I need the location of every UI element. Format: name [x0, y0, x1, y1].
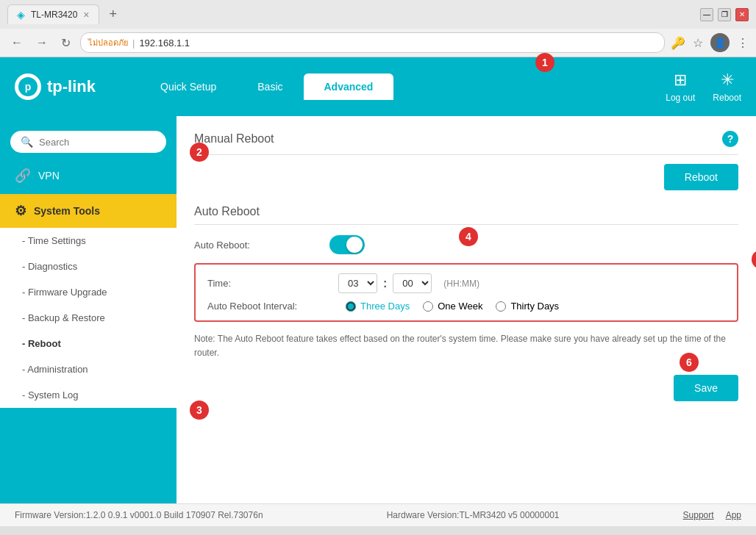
sidebar: 2 🔍 🔗 VPN 3 ⚙ System Tools [0, 116, 176, 503]
manual-reboot-title: Manual Reboot [194, 132, 274, 146]
minimize-button[interactable]: — [700, 8, 713, 21]
settings-box: 5 Time: 03 00 01 02 04 12 : [194, 263, 738, 322]
reboot-header-button[interactable]: ✳ Reboot [713, 71, 741, 103]
vpn-icon: 🔗 [15, 168, 31, 184]
sidebar-section-system-tools: 3 ⚙ System Tools - Time Settings - Diagn… [0, 194, 176, 408]
reload-button[interactable]: ↻ [57, 35, 74, 51]
minute-select[interactable]: 00 15 30 45 [393, 273, 432, 293]
forward-button[interactable]: → [32, 35, 51, 51]
logo: p tp-link [15, 73, 96, 100]
interval-one-week[interactable]: One Week [423, 301, 482, 312]
search-icon: 🔍 [21, 136, 33, 148]
reboot-icon: ✳ [721, 71, 734, 90]
logout-icon: ⊞ [674, 71, 687, 90]
note-text: Note: The Auto Reboot feature takes effe… [194, 332, 738, 360]
hardware-version: Hardware Version:TL-MR3420 v5 00000001 [387, 510, 560, 520]
tab-favicon: ◈ [17, 9, 25, 21]
address-separator: | [132, 37, 135, 49]
save-row: 6 Save [194, 375, 738, 401]
menu-icon[interactable]: ⋮ [737, 36, 749, 50]
address-box[interactable]: ไม่ปลอดภัย | 192.168.1.1 [80, 32, 665, 53]
tab-title: TL-MR3420 [31, 10, 77, 20]
nav-tabs: Quick Setup Basic Advanced [140, 73, 666, 100]
search-box: 🔍 [10, 131, 166, 153]
time-row: Time: 03 00 01 02 04 12 : 00 15 [207, 273, 725, 293]
tab-basic[interactable]: Basic [237, 73, 303, 100]
help-icon[interactable]: ? [722, 131, 738, 147]
tab-quick-setup[interactable]: Quick Setup [140, 73, 237, 100]
manual-reboot-section: Manual Reboot ? [194, 131, 738, 155]
logo-icon: p [15, 73, 41, 100]
key-icon: 🔑 [671, 36, 685, 50]
firmware-version: Firmware Version:1.2.0 0.9.1 v0001.0 Bui… [15, 510, 263, 520]
toggle-knob [346, 237, 363, 253]
one-week-label: One Week [438, 301, 482, 312]
system-tools-header[interactable]: ⚙ System Tools [0, 194, 176, 228]
time-label: Time: [207, 278, 332, 289]
browser-chrome: ◈ TL-MR3420 × + — ❐ ✕ ← → ↻ ไม่ปลอดภัย |… [0, 0, 756, 57]
hour-select[interactable]: 03 00 01 02 04 12 [338, 273, 377, 293]
reboot-button[interactable]: Reboot [664, 164, 738, 190]
auto-reboot-toggle[interactable] [329, 235, 365, 254]
circle-5: 5 [752, 250, 756, 269]
system-tools-icon: ⚙ [15, 203, 26, 219]
auto-reboot-label: Auto Reboot: [194, 240, 319, 251]
app: p tp-link Quick Setup Basic Advanced ⊞ L… [0, 57, 756, 526]
tp-link-logo-svg: p [18, 76, 38, 97]
reboot-button-row: Reboot [194, 164, 738, 190]
logo-text: tp-link [47, 77, 96, 96]
back-button[interactable]: ← [7, 35, 26, 51]
interval-label: Auto Reboot Interval: [207, 301, 332, 312]
sidebar-sub-items: - Time Settings - Diagnostics - Firmware… [0, 228, 176, 408]
header: p tp-link Quick Setup Basic Advanced ⊞ L… [0, 57, 756, 116]
auto-reboot-title: Auto Reboot [194, 205, 738, 225]
interval-three-days[interactable]: Three Days [346, 301, 410, 312]
account-icon[interactable]: 👤 [710, 33, 730, 52]
vpn-label: VPN [38, 170, 60, 182]
main-content: Manual Reboot ? Reboot Auto Reboot 4 Aut… [176, 116, 756, 503]
footer-links: Support App [683, 510, 741, 520]
window-controls: — ❐ ✕ [700, 8, 749, 21]
maximize-button[interactable]: ❐ [718, 8, 731, 21]
header-actions: ⊞ Log out ✳ Reboot [666, 71, 741, 103]
tab-advanced[interactable]: Advanced [304, 73, 394, 100]
sidebar-item-reboot[interactable]: - Reboot [0, 331, 176, 356]
search-input[interactable] [39, 137, 156, 148]
save-button[interactable]: Save [674, 375, 738, 401]
app-link[interactable]: App [726, 510, 741, 520]
content: 2 🔍 🔗 VPN 3 ⚙ System Tools [0, 116, 756, 503]
star-icon[interactable]: ☆ [693, 36, 703, 50]
sidebar-item-time-settings[interactable]: - Time Settings [0, 228, 176, 254]
sidebar-item-system-log[interactable]: - System Log [0, 382, 176, 408]
time-hint: (HH:MM) [443, 279, 479, 289]
svg-text:p: p [25, 81, 32, 93]
sidebar-item-diagnostics[interactable]: - Diagnostics [0, 254, 176, 279]
logout-label: Log out [666, 93, 695, 103]
interval-thirty-days[interactable]: Thirty Days [496, 301, 559, 312]
three-days-label: Three Days [360, 301, 410, 312]
sidebar-item-vpn[interactable]: 🔗 VPN [0, 160, 176, 191]
address-text: 192.168.1.1 [139, 37, 190, 49]
auto-reboot-section: Auto Reboot 4 Auto Reboot: 5 [194, 205, 738, 401]
thirty-days-label: Thirty Days [510, 301, 559, 312]
auto-reboot-toggle-row: Auto Reboot: [194, 235, 738, 254]
title-bar: ◈ TL-MR3420 × + — ❐ ✕ [0, 0, 756, 29]
time-colon: : [383, 277, 387, 290]
logout-button[interactable]: ⊞ Log out [666, 71, 695, 103]
reboot-header-label: Reboot [713, 93, 741, 103]
system-tools-label: System Tools [34, 205, 100, 217]
interval-row: Auto Reboot Interval: Three Days One Wee… [207, 301, 725, 312]
close-button[interactable]: ✕ [735, 8, 749, 21]
insecure-label: ไม่ปลอดภัย [88, 36, 128, 49]
tab-close-btn[interactable]: × [83, 9, 89, 21]
title-bar-left: ◈ TL-MR3420 × + [7, 4, 121, 24]
browser-tab[interactable]: ◈ TL-MR3420 × [7, 4, 99, 24]
footer: Firmware Version:1.2.0 0.9.1 v0001.0 Bui… [0, 503, 756, 526]
new-tab-button[interactable]: + [105, 7, 122, 22]
sidebar-item-firmware-upgrade[interactable]: - Firmware Upgrade [0, 279, 176, 305]
address-bar: ← → ↻ ไม่ปลอดภัย | 192.168.1.1 🔑 ☆ 👤 ⋮ [0, 29, 756, 57]
sidebar-item-backup-restore[interactable]: - Backup & Restore [0, 305, 176, 331]
support-link[interactable]: Support [683, 510, 714, 520]
sidebar-item-administration[interactable]: - Administration [0, 356, 176, 382]
address-bar-right: 🔑 ☆ 👤 ⋮ [671, 33, 749, 52]
